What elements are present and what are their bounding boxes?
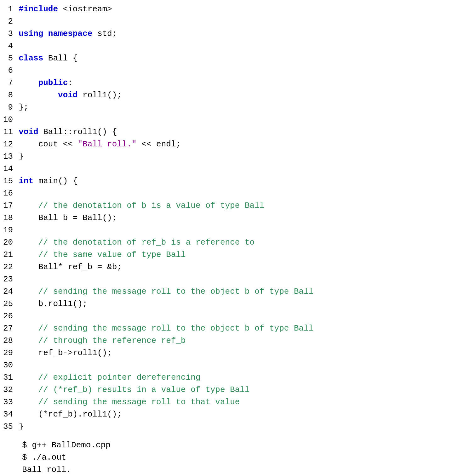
line-number: 34 — [3, 408, 13, 421]
line-number: 18 — [3, 212, 13, 224]
line-number-gutter: 1234567891011121314151617181920212223242… — [0, 3, 19, 433]
line-number: 21 — [3, 249, 13, 261]
code-token: // the same value of type Ball — [38, 250, 186, 259]
terminal-line: Ball roll. — [22, 464, 463, 476]
code-line: using namespace std; — [19, 28, 463, 40]
line-number: 25 — [3, 298, 13, 310]
code-token: public — [38, 78, 68, 88]
line-number: 15 — [3, 175, 13, 187]
code-line — [19, 114, 463, 126]
code-line: public: — [19, 77, 463, 89]
code-token: << endl; — [137, 139, 181, 149]
code-token — [19, 201, 38, 210]
code-line — [19, 359, 463, 371]
code-line: // the same value of type Ball — [19, 249, 463, 261]
line-number: 24 — [3, 286, 13, 298]
code-line: } — [19, 150, 463, 163]
code-token — [19, 385, 38, 394]
code-token: Ball { — [43, 54, 77, 63]
code-line: class Ball { — [19, 52, 463, 65]
line-number: 32 — [3, 384, 13, 396]
code-line: // (*ref_b) results in a value of type B… — [19, 384, 463, 396]
code-line — [19, 65, 463, 77]
code-token — [19, 90, 58, 100]
code-token: std; — [92, 29, 117, 38]
line-number: 28 — [3, 335, 13, 347]
code-token: using — [19, 29, 43, 38]
line-number: 29 — [3, 347, 13, 359]
line-number: 6 — [3, 65, 13, 77]
terminal-output: $ g++ BallDemo.cpp$ ./a.outBall roll.Bal… — [0, 433, 463, 476]
code-token: class — [19, 54, 43, 63]
line-number: 7 — [3, 77, 13, 89]
code-token: ref_b->roll1(); — [19, 348, 112, 358]
code-token: void — [19, 127, 38, 137]
code-line — [19, 15, 463, 28]
code-token: }; — [19, 103, 28, 112]
code-line: // the denotation of ref_b is a referenc… — [19, 236, 463, 249]
code-token: main() { — [33, 176, 77, 186]
line-number: 1 — [3, 3, 13, 15]
code-token: Ball::roll1() { — [38, 127, 117, 137]
code-token — [19, 78, 38, 88]
terminal-line: $ ./a.out — [22, 451, 463, 464]
code-line: } — [19, 421, 463, 433]
code-token: } — [19, 422, 24, 431]
code-token: // explicit pointer dereferencing — [38, 373, 201, 382]
code-token: void — [58, 90, 77, 100]
line-number: 33 — [3, 396, 13, 408]
code-token: // through the reference ref_b — [38, 336, 186, 345]
code-token — [19, 324, 38, 333]
code-line: // the denotation of b is a value of typ… — [19, 200, 463, 212]
code-line — [19, 187, 463, 200]
code-line: #include <iostream> — [19, 3, 463, 15]
code-line: (*ref_b).roll1(); — [19, 408, 463, 421]
code-body: #include <iostream> using namespace std;… — [19, 3, 463, 433]
code-line: // explicit pointer dereferencing — [19, 371, 463, 384]
line-number: 4 — [3, 40, 13, 52]
line-number: 17 — [3, 200, 13, 212]
code-line: cout << "Ball roll." << endl; — [19, 138, 463, 150]
line-number: 3 — [3, 28, 13, 40]
code-token: // sending the message roll to the objec… — [38, 324, 314, 333]
line-number: 13 — [3, 150, 13, 163]
line-number: 9 — [3, 101, 13, 114]
line-number: 22 — [3, 261, 13, 273]
code-line: // through the reference ref_b — [19, 335, 463, 347]
line-number: 27 — [3, 322, 13, 335]
code-line: int main() { — [19, 175, 463, 187]
code-line: void Ball::roll1() { — [19, 126, 463, 138]
code-token: Ball* ref_b = &b; — [19, 262, 122, 272]
line-number: 16 — [3, 187, 13, 200]
code-token: "Ball roll." — [77, 139, 136, 149]
code-token: // sending the message roll to that valu… — [38, 397, 240, 407]
code-token: int — [19, 176, 33, 186]
line-number: 26 — [3, 310, 13, 322]
code-token: b.roll1(); — [19, 299, 87, 309]
code-token: <iostream> — [58, 4, 112, 14]
line-number: 35 — [3, 421, 13, 433]
line-number: 31 — [3, 371, 13, 384]
code-token: // (*ref_b) results in a value of type B… — [38, 385, 250, 394]
code-line — [19, 224, 463, 236]
code-line: // sending the message roll to the objec… — [19, 286, 463, 298]
code-token — [19, 373, 38, 382]
code-token — [19, 238, 38, 247]
line-number: 2 — [3, 15, 13, 28]
code-token: : — [68, 78, 73, 88]
code-listing: 1234567891011121314151617181920212223242… — [0, 3, 463, 433]
code-token: // the denotation of ref_b is a referenc… — [38, 238, 255, 247]
line-number: 10 — [3, 114, 13, 126]
code-token — [19, 287, 38, 296]
code-token: #include — [19, 4, 58, 14]
line-number: 20 — [3, 236, 13, 249]
line-number: 30 — [3, 359, 13, 371]
code-token: // sending the message roll to the objec… — [38, 287, 314, 296]
line-number: 14 — [3, 163, 13, 175]
code-line — [19, 310, 463, 322]
line-number: 11 — [3, 126, 13, 138]
code-line: ref_b->roll1(); — [19, 347, 463, 359]
code-line: void roll1(); — [19, 89, 463, 101]
code-token: // the denotation of b is a value of typ… — [38, 201, 265, 210]
code-line — [19, 163, 463, 175]
